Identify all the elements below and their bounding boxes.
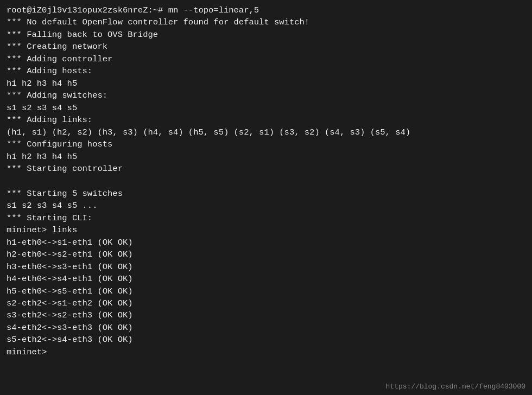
terminal-line: mininet>	[7, 346, 525, 358]
terminal-output: root@iZ0jl9v131opux2zsk6nreZ:~# mn --top…	[7, 4, 525, 358]
terminal-line	[7, 175, 525, 188]
terminal-line: *** No default OpenFlow controller found…	[7, 16, 525, 28]
terminal-line: h4-eth0<->s4-eth1 (OK OK)	[7, 273, 525, 285]
terminal-line: *** Starting 5 switches	[7, 188, 525, 200]
terminal-line: h1 h2 h3 h4 h5	[7, 78, 525, 90]
terminal-line: *** Starting CLI:	[7, 212, 525, 224]
terminal-line: h1-eth0<->s1-eth1 (OK OK)	[7, 237, 525, 249]
terminal-line: *** Adding controller	[7, 53, 525, 65]
terminal-window: root@iZ0jl9v131opux2zsk6nreZ:~# mn --top…	[0, 0, 532, 395]
terminal-line: s1 s2 s3 s4 s5	[7, 102, 525, 114]
terminal-line: root@iZ0jl9v131opux2zsk6nreZ:~# mn --top…	[7, 4, 525, 16]
terminal-line: *** Starting controller	[7, 163, 525, 175]
terminal-line: mininet> links	[7, 224, 525, 236]
terminal-line: s3-eth2<->s2-eth3 (OK OK)	[7, 309, 525, 321]
watermark: https://blog.csdn.net/feng8403000	[386, 383, 525, 391]
terminal-line: s4-eth2<->s3-eth3 (OK OK)	[7, 322, 525, 334]
terminal-line: s2-eth2<->s1-eth2 (OK OK)	[7, 297, 525, 309]
terminal-line: *** Adding links:	[7, 114, 525, 126]
terminal-line: *** Adding hosts:	[7, 65, 525, 77]
terminal-line: *** Falling back to OVS Bridge	[7, 29, 525, 41]
terminal-line: *** Creating network	[7, 41, 525, 53]
terminal-line: (h1, s1) (h2, s2) (h3, s3) (h4, s4) (h5,…	[7, 126, 525, 138]
terminal-line: s1 s2 s3 s4 s5 ...	[7, 200, 525, 212]
terminal-line: h1 h2 h3 h4 h5	[7, 151, 525, 163]
terminal-line: *** Adding switches:	[7, 90, 525, 101]
terminal-line: h3-eth0<->s3-eth1 (OK OK)	[7, 261, 525, 273]
terminal-line: *** Configuring hosts	[7, 138, 525, 150]
terminal-line: h5-eth0<->s5-eth1 (OK OK)	[7, 285, 525, 297]
terminal-line: s5-eth2<->s4-eth3 (OK OK)	[7, 334, 525, 346]
terminal-line: h2-eth0<->s2-eth1 (OK OK)	[7, 249, 525, 260]
